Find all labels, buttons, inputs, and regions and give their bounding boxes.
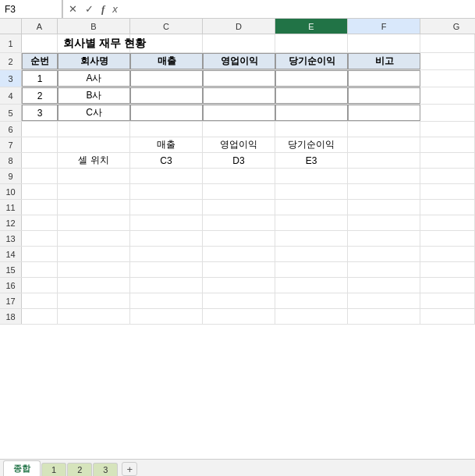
formula-icons: ✕ ✓ f x	[63, 3, 123, 16]
cell-e1[interactable]	[275, 34, 348, 52]
cell-c4[interactable]	[130, 87, 203, 104]
cell-h3[interactable]	[420, 70, 475, 87]
cell-b7[interactable]	[58, 137, 130, 152]
cell-h6[interactable]	[420, 122, 475, 137]
cell-d3[interactable]	[203, 70, 275, 87]
rownum-16[interactable]: 16	[0, 278, 22, 293]
cell-c2[interactable]: 매출	[130, 53, 203, 69]
cell-a8[interactable]	[22, 153, 58, 168]
cell-b2[interactable]: 회사명	[58, 53, 130, 69]
cell-b6[interactable]	[58, 122, 130, 137]
cell-f8[interactable]	[348, 153, 420, 168]
row-11: 11	[0, 200, 475, 215]
col-header-g[interactable]: G	[420, 19, 475, 34]
rownum-14[interactable]: 14	[0, 247, 22, 261]
rownum-12[interactable]: 12	[0, 215, 22, 230]
cell-a4[interactable]: 2	[22, 87, 58, 104]
rownum-11[interactable]: 11	[0, 200, 22, 215]
rownum-1[interactable]: 1	[0, 34, 22, 52]
formula-input[interactable]	[123, 0, 475, 18]
cell-c3[interactable]	[130, 70, 203, 87]
cell-c5[interactable]	[130, 105, 203, 121]
rownum-3[interactable]: 3	[0, 70, 22, 87]
grid-body: 1 회사별 재무 현황 2 순번 회사명 매출 영업이익 당기순이익 비고 3	[0, 34, 475, 459]
row-8: 8 셀 위치 C3 D3 E3	[0, 153, 475, 169]
cell-g7[interactable]	[420, 137, 475, 152]
tab-종합[interactable]: 종합	[3, 460, 41, 476]
add-sheet-button[interactable]: +	[122, 462, 137, 476]
tab-3[interactable]: 3	[93, 463, 118, 476]
rownum-13[interactable]: 13	[0, 231, 22, 246]
rownum-7[interactable]: 7	[0, 137, 22, 152]
row-14: 14	[0, 247, 475, 262]
row-9: 9	[0, 169, 475, 184]
function-icon[interactable]: f	[99, 3, 107, 16]
rownum-10[interactable]: 10	[0, 184, 22, 199]
cell-g4[interactable]	[348, 87, 420, 104]
cell-b3[interactable]: A사	[58, 70, 130, 87]
tab-2[interactable]: 2	[67, 463, 92, 476]
cell-g5[interactable]	[348, 105, 420, 121]
cell-f4[interactable]	[275, 87, 348, 104]
cell-a1[interactable]	[22, 34, 58, 52]
cell-f5[interactable]	[275, 105, 348, 121]
cell-d5[interactable]	[203, 105, 275, 121]
cell-d8[interactable]: D3	[203, 153, 275, 168]
row-2: 2 순번 회사명 매출 영업이익 당기순이익 비고	[0, 53, 475, 70]
cell-f7[interactable]	[348, 137, 420, 152]
cell-d1[interactable]	[203, 34, 275, 52]
cell-b5[interactable]: C사	[58, 105, 130, 121]
cell-b1[interactable]: 회사별 재무 현황	[58, 34, 130, 52]
cell-f3[interactable]	[275, 70, 348, 87]
cell-c7[interactable]: 매출	[130, 137, 203, 152]
cell-c1[interactable]	[130, 34, 203, 52]
rownum-15[interactable]: 15	[0, 262, 22, 277]
col-header-f[interactable]: F	[348, 19, 420, 34]
cell-g6[interactable]	[348, 122, 420, 137]
cell-a7[interactable]	[22, 137, 58, 152]
cell-f2[interactable]: 비고	[348, 53, 420, 69]
col-header-d[interactable]: D	[203, 19, 275, 34]
cell-f6[interactable]	[275, 122, 348, 137]
cell-d7[interactable]: 영업이익	[203, 137, 275, 152]
rownum-6[interactable]: 6	[0, 122, 22, 137]
cell-d2[interactable]: 영업이익	[203, 53, 275, 69]
cell-e2[interactable]: 당기순이익	[275, 53, 348, 69]
cell-h5[interactable]	[420, 105, 475, 121]
col-header-a[interactable]: A	[22, 19, 58, 34]
sheet-tabs: 종합 1 2 3 +	[0, 459, 475, 476]
rownum-8[interactable]: 8	[0, 153, 22, 168]
rownum-5[interactable]: 5	[0, 105, 22, 121]
cell-g1[interactable]	[420, 34, 475, 52]
confirm-icon[interactable]: ✓	[83, 3, 96, 15]
col-header-b[interactable]: B	[58, 19, 130, 34]
rownum-2[interactable]: 2	[0, 53, 22, 69]
cell-g8[interactable]	[420, 153, 475, 168]
rownum-17[interactable]: 17	[0, 293, 22, 308]
cell-g2[interactable]	[420, 53, 475, 69]
rownum-9[interactable]: 9	[0, 169, 22, 183]
col-header-e[interactable]: E	[275, 19, 348, 34]
cell-a5[interactable]: 3	[22, 105, 58, 121]
cell-g3[interactable]	[348, 70, 420, 87]
cell-e8[interactable]: E3	[275, 153, 348, 168]
cell-e7[interactable]: 당기순이익	[275, 137, 348, 152]
name-box[interactable]: F3	[0, 0, 62, 18]
col-header-c[interactable]: C	[130, 19, 203, 34]
cell-c8[interactable]: C3	[130, 153, 203, 168]
cell-c6[interactable]	[130, 122, 203, 137]
cancel-icon[interactable]: ✕	[66, 3, 80, 15]
rownum-4[interactable]: 4	[0, 87, 22, 104]
cell-b4[interactable]: B사	[58, 87, 130, 104]
cell-d4[interactable]	[203, 87, 275, 104]
cell-d6[interactable]	[203, 122, 275, 137]
row-16: 16	[0, 278, 475, 293]
cell-a2[interactable]: 순번	[22, 53, 58, 69]
cell-a6[interactable]	[22, 122, 58, 137]
tab-1[interactable]: 1	[41, 463, 66, 476]
cell-h4[interactable]	[420, 87, 475, 104]
cell-f1[interactable]	[348, 34, 420, 52]
cell-b8[interactable]: 셀 위치	[58, 153, 130, 168]
cell-a3[interactable]: 1	[22, 70, 58, 87]
rownum-18[interactable]: 18	[0, 309, 22, 324]
